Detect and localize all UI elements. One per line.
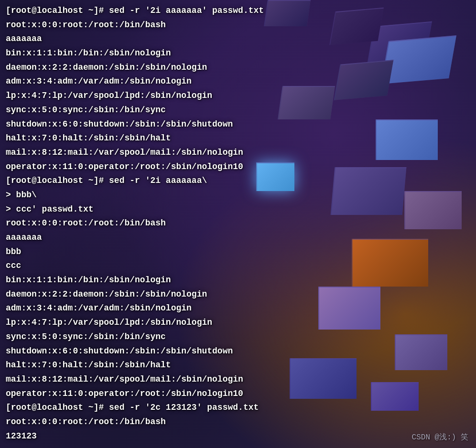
terminal-line-10: mail:x:8:12:mail:/var/spool/mail:/sbin/n…: [6, 146, 470, 160]
terminal-line-9: halt:x:7:0:halt:/sbin:/sbin/halt: [6, 131, 470, 146]
terminal-line-2: aaaaaaa: [6, 32, 470, 46]
terminal-line-18: ccc: [6, 259, 470, 273]
terminal-line-4: daemon:x:2:2:daemon:/sbin:/sbin/nologin: [6, 61, 470, 75]
terminal-line-5: adm:x:3:4:adm:/var/adm:/sbin/nologin: [6, 75, 470, 89]
terminal-line-22: lp:x:4:7:lp:/var/spool/lpd:/sbin/nologin: [6, 316, 470, 330]
terminal-line-25: halt:x:7:0:halt:/sbin:/sbin/halt: [6, 358, 470, 373]
terminal-line-15: root:x:0:0:root:/root:/bin/bash: [6, 216, 470, 231]
terminal-line-12: [root@localhost ~]# sed -r '2i aaaaaaa\: [6, 174, 470, 188]
terminal-line-21: adm:x:3:4:adm:/var/adm:/sbin/nologin: [6, 301, 470, 316]
terminal-line-29: root:x:0:0:root:/root:/bin/bash: [6, 415, 470, 429]
terminal-line-6: lp:x:4:7:lp:/var/spool/lpd:/sbin/nologin: [6, 89, 470, 103]
terminal-line-13: > bbb\: [6, 188, 470, 203]
terminal-line-28: [root@localhost ~]# sed -r '2c 123123' p…: [6, 401, 470, 415]
terminal-line-7: sync:x:5:0:sync:/sbin:/bin/sync: [6, 103, 470, 117]
terminal-line-30: 123123: [6, 429, 470, 444]
terminal-line-14: > ccc' passwd.txt: [6, 203, 470, 217]
terminal-line-20: daemon:x:2:2:daemon:/sbin:/sbin/nologin: [6, 288, 470, 302]
terminal-line-26: mail:x:8:12:mail:/var/spool/mail:/sbin/n…: [6, 373, 470, 387]
watermark: CSDN @浅:) 笑: [412, 432, 468, 442]
terminal-line-19: bin:x:1:1:bin:/bin:/sbin/nologin: [6, 273, 470, 288]
terminal-line-24: shutdown:x:6:0:shutdown:/sbin:/sbin/shut…: [6, 344, 470, 359]
terminal-line-27: operator:x:11:0:operator:/root:/sbin/nol…: [6, 387, 470, 401]
terminal-line-23: sync:x:5:0:sync:/sbin:/bin/sync: [6, 330, 470, 344]
terminal-line-3: bin:x:1:1:bin:/bin:/sbin/nologin: [6, 46, 470, 61]
terminal-output: [root@localhost ~]# sed -r '2i aaaaaaa' …: [0, 0, 476, 448]
terminal-line-0: [root@localhost ~]# sed -r '2i aaaaaaa' …: [6, 4, 470, 18]
terminal-line-16: aaaaaaa: [6, 231, 470, 245]
terminal-line-17: bbb: [6, 245, 470, 259]
terminal-line-1: root:x:0:0:root:/root:/bin/bash: [6, 18, 470, 32]
terminal-line-8: shutdown:x:6:0:shutdown:/sbin:/sbin/shut…: [6, 117, 470, 132]
terminal-line-11: operator:x:11:0:operator:/root:/sbin/nol…: [6, 160, 470, 174]
